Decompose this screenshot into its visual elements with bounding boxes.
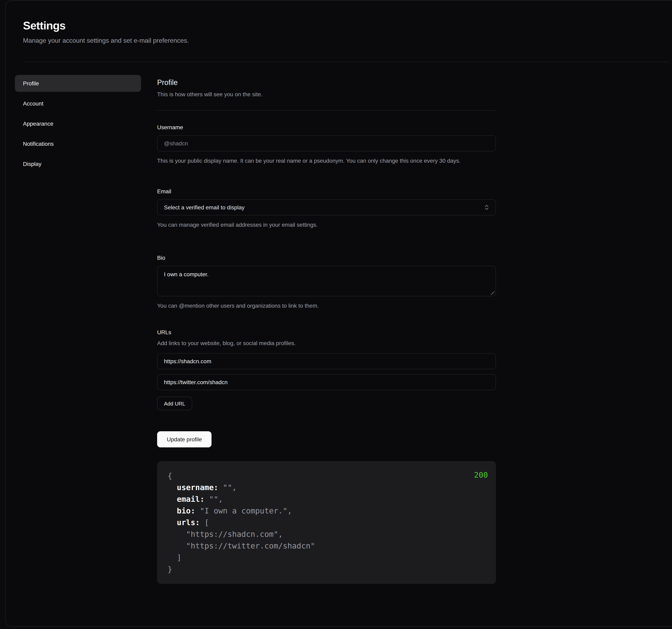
settings-panel: Settings Manage your account settings an…	[5, 0, 672, 627]
settings-layout: Profile Account Appearance Notifications…	[23, 75, 655, 584]
sidebar-item-account[interactable]: Account	[15, 95, 141, 112]
bio-textarea-wrap: I own a computer.	[157, 266, 496, 296]
bio-textarea[interactable]: I own a computer.	[157, 266, 496, 296]
chevrons-up-down-icon	[483, 204, 490, 210]
urls-field-group: URLs Add links to your website, blog, or…	[157, 328, 496, 410]
email-select[interactable]: Select a verified email to display	[157, 199, 496, 216]
profile-section: Profile This is how others will see you …	[157, 75, 496, 584]
bio-help-text: You can @mention other users and organiz…	[157, 301, 479, 310]
settings-sidebar-nav: Profile Account Appearance Notifications…	[15, 75, 141, 584]
response-preview: 200 { username: "", email: "", bio: "I o…	[157, 461, 496, 584]
response-json: { username: "", email: "", bio: "I own a…	[168, 470, 485, 575]
page-title: Settings	[23, 19, 655, 33]
sidebar-item-display[interactable]: Display	[15, 155, 141, 172]
bio-field-group: Bio I own a computer. You can @mention o…	[157, 254, 496, 310]
urls-description: Add links to your website, blog, or soci…	[157, 339, 496, 348]
sidebar-item-appearance[interactable]: Appearance	[15, 115, 141, 132]
username-label: Username	[157, 123, 496, 131]
urls-label: URLs	[157, 328, 496, 336]
section-divider	[157, 110, 496, 111]
section-title: Profile	[157, 77, 496, 88]
bio-label: Bio	[157, 254, 496, 262]
email-select-value: Select a verified email to display	[164, 204, 244, 210]
status-code-badge: 200	[474, 469, 488, 481]
email-field-group: Email Select a verified email to display…	[157, 187, 496, 229]
email-label: Email	[157, 187, 496, 195]
update-profile-button[interactable]: Update profile	[157, 431, 212, 447]
sidebar-item-notifications[interactable]: Notifications	[15, 135, 141, 152]
email-help-text: You can manage verified email addresses …	[157, 220, 479, 229]
page-subtitle: Manage your account settings and set e-m…	[23, 35, 655, 46]
header-divider	[23, 61, 669, 62]
sidebar-item-profile[interactable]: Profile	[15, 75, 141, 92]
url-input-0[interactable]	[157, 353, 496, 369]
username-field-group: Username This is your public display nam…	[157, 123, 496, 166]
url-input-1[interactable]	[157, 374, 496, 390]
page-header: Settings Manage your account settings an…	[23, 19, 655, 46]
page-root: Settings Manage your account settings an…	[0, 0, 672, 629]
username-help-text: This is your public display name. It can…	[157, 156, 479, 166]
section-description: This is how others will see you on the s…	[157, 90, 496, 99]
add-url-button[interactable]: Add URL	[157, 397, 192, 410]
username-input[interactable]	[157, 135, 496, 151]
